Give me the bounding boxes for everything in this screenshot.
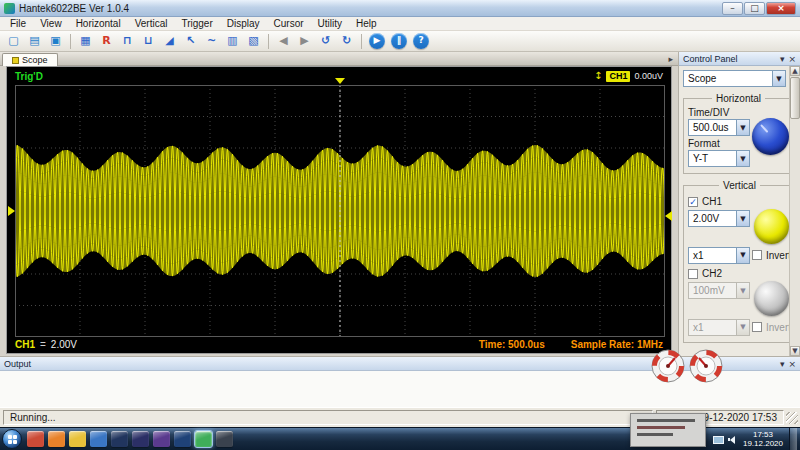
- network-icon[interactable]: [713, 435, 722, 444]
- ch2-probe-select[interactable]: x1 ▼: [688, 319, 750, 336]
- minimize-button[interactable]: –: [722, 2, 743, 15]
- chevron-down-icon[interactable]: ▼: [736, 151, 749, 166]
- horizontal-position-knob[interactable]: [752, 118, 789, 155]
- chevron-down-icon[interactable]: ▼: [736, 283, 749, 298]
- volume-icon[interactable]: [728, 435, 737, 444]
- mode-select[interactable]: Scope ▼: [683, 70, 786, 87]
- app-navy-2-icon[interactable]: [132, 431, 149, 447]
- app-navy-1-icon[interactable]: [111, 431, 128, 447]
- ch1-probe-select[interactable]: x1 ▼: [688, 247, 750, 264]
- chevron-down-icon[interactable]: ▼: [736, 320, 749, 335]
- ch2-position-knob[interactable]: [754, 281, 789, 316]
- resize-grip[interactable]: [786, 412, 798, 424]
- ch2-invert-checkbox[interactable]: [752, 322, 762, 332]
- ramp-wave-icon[interactable]: ◢: [160, 33, 179, 50]
- ch2-volts-select[interactable]: 100mV ▼: [688, 282, 750, 299]
- scrollbar-track[interactable]: [790, 76, 800, 346]
- control-panel-header: Control Panel ▾ ×: [679, 52, 800, 66]
- trigger-status: Trig'D: [15, 71, 43, 82]
- menu-file[interactable]: File: [3, 17, 33, 31]
- redo-icon[interactable]: ↻: [337, 33, 356, 50]
- format-select[interactable]: Y-T ▼: [688, 150, 750, 167]
- scroll-down-icon[interactable]: ▼: [790, 346, 800, 356]
- scroll-up-icon[interactable]: ▲: [790, 66, 800, 76]
- menu-utility[interactable]: Utility: [311, 17, 349, 31]
- chevron-down-icon[interactable]: ▼: [772, 71, 785, 86]
- hantek-scope-icon[interactable]: [195, 431, 212, 447]
- undo-icon[interactable]: ↺: [316, 33, 335, 50]
- menu-bar: FileViewHorizontalVerticalTriggerDisplay…: [0, 17, 800, 31]
- open-file-icon[interactable]: ▤: [25, 33, 44, 50]
- ch2-enable-checkbox[interactable]: [688, 269, 698, 279]
- window-controls: – □ ×: [722, 2, 796, 15]
- menu-display[interactable]: Display: [220, 17, 267, 31]
- menu-vertical[interactable]: Vertical: [128, 17, 175, 31]
- maximize-button[interactable]: □: [744, 2, 765, 15]
- ch1-volts-select[interactable]: 2.00V ▼: [688, 210, 750, 227]
- autoset-icon[interactable]: ▦: [76, 33, 95, 50]
- control-panel: Control Panel ▾ × Scope ▼ Horizontal: [678, 52, 800, 356]
- ch1-invert-checkbox[interactable]: [752, 250, 762, 260]
- ch1-position-knob[interactable]: [754, 209, 789, 244]
- ch1-enable-checkbox[interactable]: [688, 197, 698, 207]
- trigger-level-marker[interactable]: [665, 211, 672, 221]
- start-button[interactable]: [2, 429, 22, 449]
- square-wave-ch1-icon[interactable]: ⊓: [118, 33, 137, 50]
- chevron-down-icon[interactable]: ▼: [736, 120, 749, 135]
- menu-cursor[interactable]: Cursor: [267, 17, 311, 31]
- panel-close-icon[interactable]: ×: [788, 54, 796, 64]
- toolbar-separator: [268, 34, 269, 49]
- format-label: Format: [688, 138, 750, 149]
- panel-close-icon[interactable]: ×: [788, 359, 796, 369]
- taskbar-clock[interactable]: 17:53 19.12.2020: [743, 430, 783, 448]
- pan-right-icon[interactable]: ▶: [295, 33, 314, 50]
- cursor-icon[interactable]: ↖: [181, 33, 200, 50]
- ch1-label: CH1: [15, 339, 35, 350]
- menu-trigger[interactable]: Trigger: [174, 17, 219, 31]
- panel-menu-icon[interactable]: ▾: [780, 359, 785, 369]
- reference-wave-icon[interactable]: ~: [202, 33, 221, 50]
- chevron-down-icon[interactable]: ▼: [736, 248, 749, 263]
- menu-horizontal[interactable]: Horizontal: [69, 17, 128, 31]
- pan-left-icon[interactable]: ◀: [274, 33, 293, 50]
- firefox-icon[interactable]: [48, 431, 65, 447]
- control-panel-scrollbar[interactable]: ▲ ▼: [789, 66, 800, 356]
- title-bar[interactable]: Hantek6022BE Ver 1.0.4 – □ ×: [0, 0, 800, 17]
- bars-icon[interactable]: ▥: [223, 33, 242, 50]
- gauge-icon-2[interactable]: [688, 348, 724, 388]
- clock-date: 19.12.2020: [743, 439, 783, 448]
- timebase-readout-group: Time: 500.0us Sample Rate: 1MHz: [479, 339, 663, 350]
- record-icon[interactable]: R: [97, 33, 116, 50]
- scope-tab-icon: [12, 57, 19, 64]
- new-file-icon[interactable]: ▢: [4, 33, 23, 50]
- app-dark-icon[interactable]: [216, 431, 233, 447]
- taskbar-apps: [27, 431, 233, 447]
- tray-notification[interactable]: [630, 413, 706, 447]
- vertical-group: Vertical CH1 2.00V ▼ x1: [683, 180, 796, 343]
- app-navy-3-icon[interactable]: [174, 431, 191, 447]
- folder-icon[interactable]: [69, 431, 86, 447]
- dotted-grid-icon[interactable]: ▧: [244, 33, 263, 50]
- menu-help[interactable]: Help: [349, 17, 384, 31]
- ch1-position-marker[interactable]: [8, 206, 15, 216]
- scrollbar-thumb[interactable]: [790, 77, 800, 119]
- chevron-down-icon[interactable]: ▼: [736, 211, 749, 226]
- tab-scope[interactable]: Scope: [2, 53, 58, 66]
- close-button[interactable]: ×: [766, 2, 796, 15]
- help-button[interactable]: ?: [413, 33, 429, 49]
- pause-button[interactable]: ‖: [391, 33, 407, 49]
- time-div-select[interactable]: 500.0us ▼: [688, 119, 750, 136]
- trigger-icon: ↕: [594, 71, 602, 81]
- menu-view[interactable]: View: [33, 17, 69, 31]
- panel-menu-icon[interactable]: ▾: [780, 54, 785, 64]
- show-desktop-button[interactable]: [789, 428, 797, 450]
- trigger-position-marker[interactable]: [335, 78, 345, 84]
- media-player-icon[interactable]: [90, 431, 107, 447]
- gauge-icon-1[interactable]: [650, 348, 686, 388]
- tab-scroll-right-icon[interactable]: ▸: [668, 54, 673, 64]
- browser-red-icon[interactable]: [27, 431, 44, 447]
- app-purple-icon[interactable]: [153, 431, 170, 447]
- run-button[interactable]: ▶: [369, 33, 385, 49]
- square-wave-ch2-icon[interactable]: ⊔: [139, 33, 158, 50]
- save-icon[interactable]: ▣: [46, 33, 65, 50]
